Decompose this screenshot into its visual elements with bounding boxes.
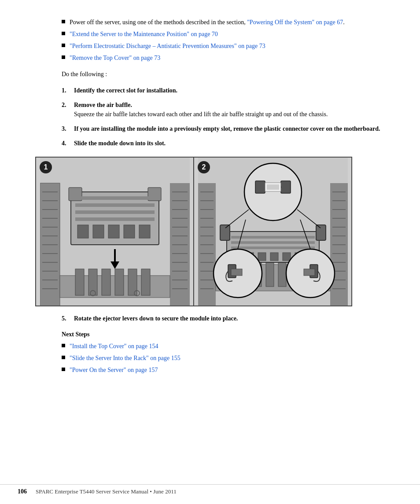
svg-rect-101 <box>281 181 291 193</box>
step-1: 1. Identify the correct slot for install… <box>62 86 385 95</box>
step-2: 2. Remove the air baffle. Squeeze the ai… <box>62 100 385 119</box>
do-following-text: Do the following : <box>62 70 385 79</box>
diagram-badge-1: 1 <box>40 161 52 173</box>
step-5-container: 5. Rotate the ejector levers down to sec… <box>62 315 385 322</box>
step-number: 2. <box>62 100 70 110</box>
step-number: 1. <box>62 86 70 95</box>
step-5-number: 5. <box>62 315 70 322</box>
content-area: Power off the server, using one of the m… <box>62 18 385 375</box>
svg-rect-88 <box>231 241 315 244</box>
prerequisite-list: Power off the server, using one of the m… <box>62 18 385 63</box>
list-item: "Perform Electrostatic Discharge – Antis… <box>62 41 385 51</box>
list-item: Power off the server, using one of the m… <box>62 18 385 27</box>
svg-point-99 <box>244 163 302 221</box>
svg-rect-29 <box>75 269 84 295</box>
diagram-right-panel: 2 <box>194 157 352 306</box>
page-number: 106 <box>18 488 27 495</box>
list-item: "Extend the Server to the Maintenance Po… <box>62 29 385 39</box>
list-item: "Install the Top Cover" on page 154 <box>62 342 385 351</box>
list-item: "Power On the Server" on page 157 <box>62 365 385 375</box>
step-text: If you are installing the module into a … <box>74 124 380 133</box>
link-slide-server[interactable]: "Slide the Server Into the Rack" on page… <box>70 353 181 363</box>
step-subtext: Squeeze the air baffle latches toward ea… <box>74 110 385 119</box>
diagram-badge-2: 2 <box>198 161 210 173</box>
step-3: 3. If you are installing the module into… <box>62 124 385 133</box>
svg-rect-87 <box>231 236 315 239</box>
svg-rect-46 <box>139 225 150 238</box>
svg-rect-82 <box>266 260 274 287</box>
step-5-text: Rotate the ejector levers down to secure… <box>74 315 238 322</box>
bullet-icon <box>62 356 65 359</box>
svg-rect-92 <box>258 253 266 261</box>
footer-title: SPARC Enterprise T5440 Server Service Ma… <box>36 488 177 495</box>
svg-rect-108 <box>231 269 242 276</box>
svg-rect-94 <box>283 253 291 261</box>
link-power-on[interactable]: "Power On the Server" on page 157 <box>70 365 158 375</box>
right-diagram-svg <box>198 157 348 306</box>
svg-rect-32 <box>115 269 124 295</box>
left-diagram-svg <box>40 157 190 306</box>
svg-rect-93 <box>270 253 278 261</box>
step-text: Remove the air baffle. <box>74 100 132 110</box>
step-text: Identify the correct slot for installati… <box>74 86 177 95</box>
svg-rect-38 <box>75 196 155 200</box>
svg-rect-30 <box>88 269 97 295</box>
svg-rect-97 <box>220 225 230 240</box>
svg-rect-83 <box>278 260 286 287</box>
steps-list: 1. Identify the correct slot for install… <box>62 86 385 148</box>
next-steps-title: Next Steps <box>62 331 385 338</box>
svg-rect-40 <box>75 210 155 214</box>
link-extend-server[interactable]: "Extend the Server to the Maintenance Po… <box>70 29 218 39</box>
bullet-icon <box>62 20 65 23</box>
bullet-icon <box>62 368 65 371</box>
bullet-text: Power off the server, using one of the m… <box>70 18 345 27</box>
bullet-icon <box>62 344 65 347</box>
svg-rect-43 <box>93 225 104 238</box>
svg-rect-41 <box>75 217 155 221</box>
step-number: 3. <box>62 124 70 133</box>
list-item: "Remove the Top Cover" on page 73 <box>62 53 385 63</box>
svg-rect-44 <box>108 225 119 238</box>
link-powering-off[interactable]: "Powering Off the System" on page 67 <box>247 19 343 26</box>
page: Power off the server, using one of the m… <box>0 0 420 504</box>
svg-rect-45 <box>124 225 135 238</box>
bullet-icon <box>62 44 65 47</box>
step-text: Slide the module down into its slot. <box>74 139 166 148</box>
svg-rect-89 <box>231 246 315 249</box>
list-item: "Slide the Server Into the Rack" on page… <box>62 353 385 363</box>
svg-rect-34 <box>141 269 150 295</box>
next-steps-section: Next Steps "Install the Top Cover" on pa… <box>62 331 385 375</box>
svg-rect-111 <box>304 269 315 276</box>
diagram-left-panel: 1 <box>36 157 194 306</box>
step-4: 4. Slide the module down into its slot. <box>62 139 385 148</box>
bullet-icon <box>62 55 65 59</box>
svg-rect-98 <box>316 225 326 240</box>
link-esd[interactable]: "Perform Electrostatic Discharge – Antis… <box>70 41 265 51</box>
next-steps-list: "Install the Top Cover" on page 154 "Sli… <box>62 342 385 375</box>
link-install-top-cover[interactable]: "Install the Top Cover" on page 154 <box>70 342 158 351</box>
svg-rect-105 <box>267 184 279 190</box>
svg-rect-42 <box>77 225 88 238</box>
svg-rect-100 <box>255 181 265 193</box>
svg-rect-31 <box>102 269 111 295</box>
page-footer: 106 SPARC Enterprise T5440 Server Servic… <box>0 484 420 495</box>
installation-diagram: 1 <box>35 157 352 306</box>
svg-rect-39 <box>75 203 155 207</box>
link-top-cover[interactable]: "Remove the Top Cover" on page 73 <box>70 53 160 63</box>
svg-rect-33 <box>128 269 137 295</box>
step-number: 4. <box>62 139 70 148</box>
bullet-icon <box>62 32 65 35</box>
